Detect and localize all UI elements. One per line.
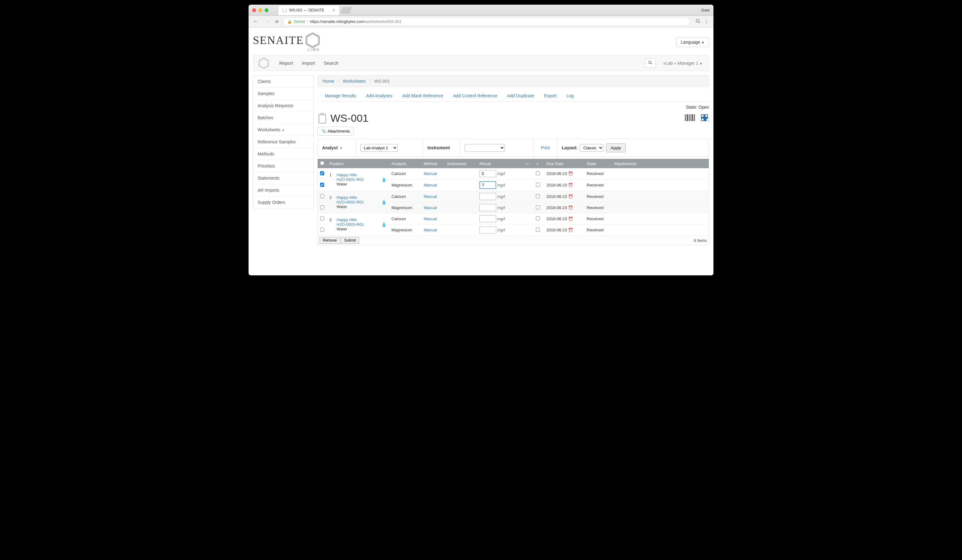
nav-report[interactable]: Report (275, 55, 297, 71)
search-icon-button[interactable] (645, 58, 656, 68)
method-link[interactable]: Manual (424, 171, 437, 176)
window-minimize-button[interactable] (258, 8, 262, 12)
state-cell: Received (584, 213, 612, 225)
new-tab-button[interactable] (340, 7, 352, 14)
sidebar-item-worksheets[interactable]: Worksheets ▼ (253, 124, 313, 136)
url-search-icon[interactable] (696, 19, 701, 24)
row-checkbox[interactable] (320, 228, 324, 232)
layout-select[interactable]: Classic (580, 144, 604, 152)
ar-link[interactable]: H2O-0002-R01 (337, 200, 364, 204)
tab-log[interactable]: Log (562, 90, 578, 101)
col-result[interactable]: Result (477, 159, 523, 169)
col-method[interactable]: Method (421, 159, 445, 169)
address-bar[interactable]: 🔒 Sicher | https://senaite.ridingbytes.c… (282, 17, 690, 26)
result-input[interactable] (479, 181, 496, 189)
nav-back-icon[interactable]: ← (252, 18, 260, 25)
client-link[interactable]: Happy Hills (337, 195, 357, 200)
row-checkbox[interactable] (320, 205, 324, 209)
method-link[interactable]: Manual (424, 205, 437, 210)
select-all-checkbox[interactable] (320, 161, 324, 165)
ar-link[interactable]: H2O-0001-R01 (337, 177, 364, 182)
browser-tab[interactable]: WS-001 — SENAITE × (278, 5, 340, 15)
nav-home-hexagon-icon[interactable] (258, 58, 270, 69)
apply-button[interactable]: Apply (606, 143, 625, 152)
row-checkbox[interactable] (320, 171, 324, 175)
qrcode-icon[interactable] (701, 114, 709, 122)
browser-menu-icon[interactable]: ⋮ (704, 19, 709, 24)
tab-add-analyses[interactable]: Add Analyses (362, 90, 397, 101)
nav-search[interactable]: Search (320, 55, 343, 71)
col-state[interactable]: State (584, 159, 612, 169)
sidebar-item-supply-orders[interactable]: Supply Orders (253, 196, 313, 208)
result-input[interactable] (479, 193, 496, 200)
barcode-icon[interactable] (685, 114, 696, 122)
unit-label: mg/l (497, 217, 505, 221)
col-instrument[interactable]: Instrument (445, 159, 477, 169)
result-input[interactable] (479, 204, 496, 211)
svg-point-0 (696, 19, 699, 22)
user-menu[interactable]: »Lab » Manager 1 ▼ (660, 61, 706, 66)
breadcrumb-home[interactable]: Home (323, 79, 334, 84)
sidebar-item-analysis-requests[interactable]: Analysis Requests (253, 100, 313, 112)
analysis-cell: Calcium (389, 191, 421, 202)
sidebar-item-methods[interactable]: Methods (253, 148, 313, 160)
window-close-button[interactable] (252, 8, 256, 12)
col-due-date[interactable]: Due Date (544, 159, 584, 169)
analyst-select[interactable]: Lab Analyst 1 (360, 144, 398, 152)
verify-checkbox[interactable] (536, 205, 540, 209)
result-input[interactable] (479, 227, 496, 233)
unit-label: mg/l (497, 194, 505, 199)
tab-add-blank-reference[interactable]: Add Blank Reference (398, 90, 447, 101)
attachments-button[interactable]: 📎Attachments (317, 127, 354, 136)
method-link[interactable]: Manual (424, 217, 437, 221)
client-link[interactable]: Happy Hills (337, 172, 357, 177)
tab-export[interactable]: Export (539, 90, 561, 101)
breadcrumb-worksheets[interactable]: Worksheets (343, 79, 366, 84)
sidebar-item-samples[interactable]: Samples (253, 88, 313, 100)
col-attachments[interactable]: Attachments (612, 159, 709, 169)
nav-import[interactable]: Import (297, 55, 320, 71)
browser-profile[interactable]: Gast (701, 8, 710, 12)
row-checkbox[interactable] (320, 194, 324, 198)
sidebar-item-clients[interactable]: Clients (253, 76, 313, 88)
result-input[interactable] (479, 215, 496, 222)
method-link[interactable]: Manual (424, 228, 437, 232)
ar-link[interactable]: H2O-0003-R01 (337, 222, 364, 227)
col-position[interactable]: Position (327, 159, 379, 169)
tab-add-duplicate[interactable]: Add Duplicate (503, 90, 538, 101)
remove-button[interactable]: Remove (320, 237, 340, 244)
sidebar-item-statements[interactable]: Statements (253, 172, 313, 184)
row-checkbox[interactable] (320, 217, 324, 220)
method-link[interactable]: Manual (424, 194, 437, 199)
verify-checkbox[interactable] (536, 183, 540, 187)
lock-icon: 🔒 (287, 19, 292, 24)
instrument-select[interactable] (465, 144, 505, 152)
verify-checkbox[interactable] (536, 228, 540, 232)
attachments-cell (612, 168, 709, 179)
language-button[interactable]: Language▼ (676, 37, 709, 47)
row-checkbox[interactable] (320, 183, 324, 187)
print-link[interactable]: Print (538, 142, 553, 153)
instrument-cell (445, 225, 477, 236)
sidebar-item-ar-imports[interactable]: AR Imports (253, 184, 313, 196)
col-analysis[interactable]: Analysis (389, 159, 421, 169)
svg-marker-2 (307, 33, 319, 47)
verify-checkbox[interactable] (536, 217, 540, 220)
url-bar: ← → ⟳ 🔒 Sicher | https://senaite.ridingb… (249, 16, 713, 27)
method-link[interactable]: Manual (424, 183, 437, 187)
verify-checkbox[interactable] (536, 194, 540, 198)
verify-checkbox[interactable] (536, 171, 540, 175)
window-maximize-button[interactable] (265, 8, 268, 12)
submit-button[interactable]: Submit (341, 237, 359, 244)
tab-add-control-reference[interactable]: Add Control Reference (449, 90, 502, 101)
sidebar-item-batches[interactable]: Batches (253, 112, 313, 124)
reload-icon[interactable]: ⟳ (275, 19, 279, 24)
svg-line-1 (699, 22, 700, 23)
tab-manage-results[interactable]: Manage Results (320, 90, 360, 101)
result-input[interactable] (479, 170, 496, 177)
sidebar-item-reference-samples[interactable]: Reference Samples (253, 136, 313, 148)
site-logo[interactable]: SENAITE (253, 32, 320, 48)
close-tab-icon[interactable]: × (333, 8, 335, 13)
client-link[interactable]: Happy Hills (337, 217, 357, 222)
sidebar-item-pricelists[interactable]: Pricelists (253, 160, 313, 172)
